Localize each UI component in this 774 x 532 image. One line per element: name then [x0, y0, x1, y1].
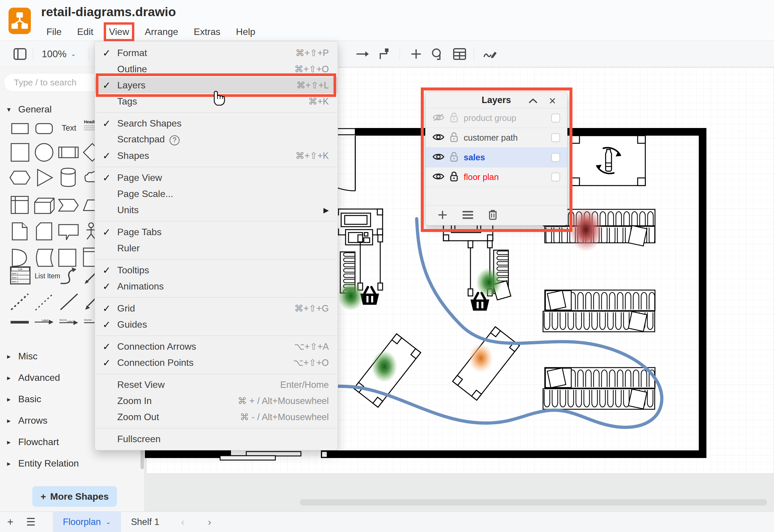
menu-item-fullscreen[interactable]: Fullscreen — [95, 431, 338, 447]
close-icon[interactable]: × — [546, 95, 558, 107]
unlock-icon[interactable] — [450, 132, 458, 144]
sidebar-toggle-icon[interactable] — [12, 46, 28, 62]
layer-row-floor-plan[interactable]: floor plan — [425, 167, 567, 187]
layers-panel-titlebar[interactable]: Layers × — [425, 92, 567, 108]
pages-menu-icon[interactable]: ☰ — [21, 516, 41, 528]
eye-icon[interactable] — [433, 133, 444, 142]
menu-help[interactable]: Help — [234, 25, 258, 38]
shape-rectangle[interactable] — [11, 123, 29, 134]
shape-rounded-rectangle[interactable] — [35, 123, 53, 134]
menu-item-units[interactable]: Units▶ — [95, 202, 338, 218]
menu-view[interactable]: View — [107, 25, 132, 38]
shelf-rack-group[interactable] — [543, 290, 655, 332]
menu-extras[interactable]: Extras — [191, 25, 223, 38]
shape-square[interactable] — [11, 143, 29, 162]
menu-item-connection-arrows[interactable]: ✓Connection Arrows⌥+⇧+A — [95, 339, 338, 355]
menu-item-page-scale-[interactable]: Page Scale... — [95, 186, 338, 202]
menu-item-scratchpad[interactable]: Scratchpad? — [95, 132, 338, 148]
sidebar-scrollbar[interactable] — [140, 448, 144, 469]
shape-list[interactable]: List Item 1 Item 2 Item 3 — [10, 266, 31, 284]
shape-text[interactable]: Text — [62, 124, 76, 133]
shape-process[interactable] — [58, 147, 79, 158]
menu-item-tooltips[interactable]: ✓Tooltips — [95, 262, 338, 278]
menu-edit[interactable]: Edit — [75, 25, 96, 38]
shape-cube[interactable] — [34, 198, 55, 214]
shape-internal-storage[interactable] — [11, 196, 29, 214]
shape-square-2[interactable] — [58, 249, 76, 267]
menu-item-grid[interactable]: ✓Grid⌘+⇧+G — [95, 300, 338, 316]
shape-curve[interactable] — [59, 266, 78, 285]
menu-item-animations[interactable]: ✓Animations — [95, 278, 338, 294]
shape-note[interactable] — [12, 222, 28, 240]
prev-page-icon[interactable]: ‹ — [169, 516, 196, 528]
sketch-icon[interactable] — [482, 46, 498, 62]
shape-card[interactable] — [36, 222, 52, 240]
menu-item-ruler[interactable]: Ruler — [95, 240, 338, 256]
layer-checkbox[interactable] — [551, 114, 560, 122]
menu-arrange[interactable]: Arrange — [142, 25, 180, 38]
delete-layer-icon[interactable] — [488, 209, 498, 222]
shape-hexagon[interactable] — [9, 171, 31, 185]
shape-triangle[interactable] — [37, 169, 53, 186]
menu-item-tags[interactable]: Tags⌘+K — [95, 93, 338, 110]
layer-row-sales[interactable]: sales — [425, 148, 567, 167]
waypoint-icon[interactable] — [378, 46, 393, 62]
sidebar-section-entity-relation[interactable]: ▸Entity Relation — [7, 458, 79, 469]
shape-line[interactable] — [59, 293, 79, 311]
shape-ellipse[interactable] — [35, 143, 53, 162]
menu-item-page-tabs[interactable]: ✓Page Tabs — [95, 224, 338, 240]
menu-item-guides[interactable]: ✓Guides — [95, 316, 338, 333]
plus-icon[interactable] — [408, 46, 424, 62]
shape-step[interactable] — [58, 199, 79, 212]
layer-checkbox[interactable] — [551, 133, 560, 142]
layer-row-customer-path[interactable]: customer path — [425, 128, 567, 148]
layer-checkbox[interactable] — [551, 153, 560, 162]
section-general[interactable]: ▾ General — [7, 104, 52, 115]
lock-icon[interactable] — [450, 171, 458, 183]
menu-item-format[interactable]: ✓Format⌘+⇧+P — [95, 45, 338, 61]
edit-layer-icon[interactable] — [462, 210, 474, 221]
menu-item-search-shapes[interactable]: ✓Search Shapes — [95, 115, 338, 132]
page-tab-floorplan[interactable]: Floorplan⌄ — [53, 512, 121, 532]
zoom-select[interactable]: 100% ⌄ — [42, 46, 76, 62]
add-layer-icon[interactable] — [437, 210, 448, 221]
shape-dotted-line[interactable] — [35, 293, 54, 311]
sidebar-section-advanced[interactable]: ▸Advanced — [7, 372, 60, 383]
shelf-rack-group[interactable] — [543, 368, 655, 409]
shape-data-storage[interactable] — [34, 249, 53, 267]
checkout-station[interactable] — [333, 209, 383, 293]
eye-icon[interactable] — [433, 153, 444, 162]
menu-item-zoom-out[interactable]: Zoom Out⌘ - / Alt+Mousewheel — [95, 409, 338, 425]
shape-link[interactable] — [10, 320, 29, 324]
unlock-icon[interactable] — [450, 151, 458, 163]
insert-shape-icon[interactable] — [430, 46, 445, 62]
next-page-icon[interactable]: › — [196, 516, 223, 528]
collapse-icon[interactable] — [527, 95, 539, 107]
recycling-station[interactable] — [572, 136, 645, 186]
shape-callout[interactable] — [58, 224, 79, 240]
menu-item-reset-view[interactable]: Reset ViewEnter/Home — [95, 377, 338, 393]
shape-cylinder[interactable] — [60, 168, 76, 187]
more-shapes-button[interactable]: + More Shapes — [32, 486, 117, 507]
unlock-icon[interactable] — [450, 112, 458, 124]
layer-row-product-group[interactable]: product group — [425, 108, 567, 128]
page-tab-shelf-1[interactable]: Shelf 1 — [121, 512, 169, 532]
shape-dashed-line[interactable] — [10, 293, 29, 311]
sidebar-section-arrows[interactable]: ▸Arrows — [7, 415, 48, 426]
sidebar-section-basic[interactable]: ▸Basic — [7, 394, 41, 405]
menu-item-outline[interactable]: Outline⌘+⇧+O — [95, 61, 338, 77]
menu-item-zoom-in[interactable]: Zoom In⌘ + / Alt+Mousewheel — [95, 393, 338, 409]
connection-arrow-icon[interactable] — [355, 46, 370, 62]
eye-off-icon[interactable] — [433, 113, 444, 123]
menu-item-page-view[interactable]: ✓Page View — [95, 170, 338, 186]
menu-item-shapes[interactable]: ✓Shapes⌘+⇧+K — [95, 148, 338, 164]
horizontal-scrollbar[interactable] — [300, 499, 767, 506]
table-icon[interactable] — [452, 46, 467, 62]
shape-or[interactable] — [12, 249, 27, 267]
add-page-icon[interactable]: + — [0, 516, 21, 528]
shape-arrow-label[interactable]: Label — [34, 318, 55, 326]
menu-file[interactable]: File — [44, 25, 64, 38]
shape-arrow-source-label[interactable]: SourceLabel — [59, 318, 79, 326]
layer-checkbox[interactable] — [551, 173, 560, 181]
shape-list-item[interactable]: List Item — [35, 272, 60, 280]
